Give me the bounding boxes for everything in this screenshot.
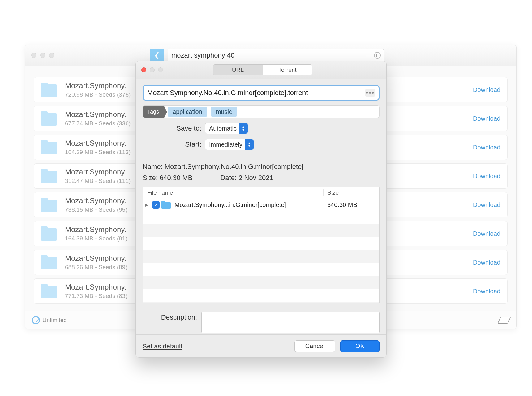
tags-field[interactable]: Tags application music	[143, 105, 380, 118]
torrent-path-input[interactable]: Mozart.Symphony.No.40.in.G.minor[complet…	[143, 85, 380, 101]
pause-icon[interactable]: II	[374, 52, 381, 59]
tags-label: Tags	[143, 106, 164, 118]
folder-icon	[41, 140, 57, 154]
date-value: 2 Nov 2021	[238, 174, 273, 182]
download-button[interactable]: Download	[473, 201, 500, 209]
chevron-updown-icon: ▲▼	[239, 123, 248, 134]
start-select[interactable]: Immediately ▲▼	[205, 139, 254, 150]
download-button[interactable]: Download	[473, 173, 500, 180]
folder-icon	[41, 255, 57, 269]
sheet-window-controls[interactable]	[141, 67, 163, 72]
date-label: Date:	[220, 174, 237, 182]
description-label: Description:	[154, 312, 197, 333]
tag-chip[interactable]: application	[168, 107, 207, 117]
folder-icon	[41, 284, 57, 298]
save-to-value: Automatic	[209, 125, 237, 132]
download-button[interactable]: Download	[473, 230, 500, 237]
speed-control[interactable]: Unlimited	[32, 316, 67, 324]
download-button[interactable]: Download	[473, 86, 500, 93]
sheet-footer: Set as default Cancel OK	[136, 334, 386, 357]
name-value: Mozart.Symphony.No.40.in.G.minor[complet…	[165, 163, 304, 170]
tab-torrent[interactable]: Torrent	[263, 65, 312, 75]
start-value: Immediately	[209, 141, 242, 148]
col-file-name[interactable]: File name	[143, 189, 324, 196]
chevron-left-icon: ❮	[154, 51, 160, 59]
save-to-label: Save to:	[164, 124, 201, 132]
folder-icon	[41, 226, 57, 241]
file-table[interactable]: File name Size ▶ ✓ Mozart.Symphony...in.…	[143, 187, 380, 303]
folder-icon	[41, 83, 57, 97]
minimize-icon[interactable]	[40, 53, 45, 58]
disclosure-triangle-icon[interactable]: ▶	[143, 203, 150, 207]
window-controls[interactable]	[31, 53, 54, 58]
download-button[interactable]: Download	[473, 115, 500, 122]
tab-url[interactable]: URL	[213, 65, 263, 75]
speed-label: Unlimited	[42, 317, 67, 324]
chevron-updown-icon: ▲▼	[245, 139, 254, 150]
sheet-titlebar: URL Torrent	[136, 61, 386, 79]
gauge-icon	[32, 316, 40, 324]
file-name: Mozart.Symphony...in.G.minor[complete]	[173, 201, 324, 209]
checkbox[interactable]: ✓	[152, 201, 160, 209]
torrent-path-text: Mozart.Symphony.No.40.in.G.minor[complet…	[147, 89, 308, 97]
folder-icon	[161, 201, 171, 209]
description-input[interactable]	[201, 312, 380, 333]
folder-icon	[41, 169, 57, 183]
name-label: Name:	[143, 163, 163, 170]
back-button[interactable]: ❮	[150, 49, 164, 62]
file-size: 640.30 MB	[324, 201, 379, 209]
torrent-meta: Name: Mozart.Symphony.No.40.in.G.minor[c…	[143, 158, 380, 182]
size-label: Size:	[143, 174, 158, 182]
folder-icon	[41, 198, 57, 212]
file-table-header: File name Size	[143, 187, 379, 198]
start-label: Start:	[164, 140, 201, 148]
search-text: mozart symphony 40	[171, 51, 234, 59]
close-icon[interactable]	[31, 53, 36, 58]
mode-segmented-control[interactable]: URL Torrent	[213, 64, 312, 75]
eraser-icon[interactable]	[497, 317, 511, 324]
file-table-empty-rows	[143, 211, 379, 303]
tag-chip[interactable]: music	[211, 107, 237, 117]
zoom-icon[interactable]	[49, 53, 54, 58]
ok-button[interactable]: OK	[340, 340, 380, 352]
minimize-icon	[150, 67, 155, 72]
download-button[interactable]: Download	[473, 288, 500, 295]
download-button[interactable]: Download	[473, 144, 500, 151]
close-icon[interactable]	[141, 67, 146, 72]
col-size[interactable]: Size	[324, 189, 379, 196]
folder-icon	[41, 111, 57, 126]
set-default-link[interactable]: Set as default	[143, 342, 182, 350]
cancel-button[interactable]: Cancel	[294, 340, 335, 352]
download-button[interactable]: Download	[473, 259, 500, 266]
zoom-icon	[158, 67, 163, 72]
size-value: 640.30 MB	[160, 174, 192, 182]
add-download-sheet: URL Torrent Mozart.Symphony.No.40.in.G.m…	[135, 61, 387, 358]
file-row[interactable]: ▶ ✓ Mozart.Symphony...in.G.minor[complet…	[143, 198, 379, 211]
browse-button[interactable]: •••	[365, 89, 375, 97]
search-input[interactable]: mozart symphony 40 II	[168, 49, 384, 62]
save-to-select[interactable]: Automatic ▲▼	[205, 123, 248, 134]
